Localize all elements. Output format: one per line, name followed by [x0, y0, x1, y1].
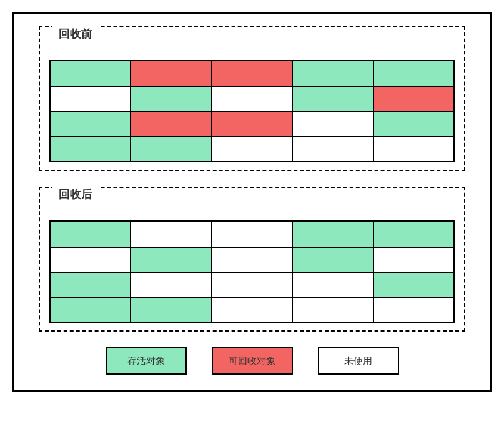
grid-cell-unused [130, 222, 210, 247]
grid-cell-unused [211, 298, 292, 322]
grid-cell-alive [292, 87, 372, 111]
grid-cell-alive [130, 137, 210, 161]
grid-cell-alive [130, 298, 210, 322]
grid-cell-alive [51, 222, 130, 247]
before-title: 回收前 [52, 26, 99, 41]
grid-cell-alive [51, 298, 130, 322]
grid-cell-alive [373, 222, 453, 247]
grid-cell-unused [373, 248, 453, 272]
after-title: 回收后 [52, 187, 99, 202]
grid-cell-alive [292, 248, 372, 272]
grid-row [51, 61, 453, 86]
grid-cell-reclaim [211, 61, 292, 86]
grid-cell-alive [292, 61, 372, 86]
grid-cell-alive [51, 112, 130, 136]
grid-row [51, 247, 453, 272]
grid-cell-reclaim [211, 112, 292, 136]
grid-cell-unused [51, 87, 130, 111]
grid-row [51, 297, 453, 322]
before-grid [49, 60, 455, 162]
grid-row [51, 272, 453, 297]
after-grid [49, 220, 455, 323]
before-section: 回收前 [39, 26, 465, 171]
grid-cell-reclaim [130, 112, 210, 136]
grid-cell-unused [292, 298, 372, 322]
grid-cell-alive [51, 273, 130, 297]
after-section: 回收后 [39, 187, 465, 332]
grid-cell-alive [51, 61, 130, 86]
grid-row [51, 111, 453, 136]
grid-cell-reclaim [130, 61, 210, 86]
grid-cell-unused [211, 248, 292, 272]
grid-cell-unused [373, 298, 453, 322]
diagram-container: 回收前 回收后 存活对象 可回收对象 未使用 [12, 12, 492, 392]
grid-cell-alive [130, 87, 210, 111]
grid-cell-unused [292, 137, 372, 161]
grid-cell-alive [51, 137, 130, 161]
grid-cell-alive [292, 222, 372, 247]
grid-cell-reclaim [373, 87, 453, 111]
legend-unused: 未使用 [318, 347, 399, 375]
grid-cell-alive [373, 273, 453, 297]
grid-cell-alive [373, 61, 453, 86]
grid-cell-alive [373, 112, 453, 136]
legend: 存活对象 可回收对象 未使用 [39, 347, 465, 375]
grid-cell-unused [292, 112, 372, 136]
grid-cell-unused [211, 222, 292, 247]
grid-row [51, 86, 453, 111]
grid-cell-unused [292, 273, 372, 297]
grid-cell-alive [130, 248, 210, 272]
legend-reclaim: 可回收对象 [212, 347, 293, 375]
grid-row [51, 222, 453, 247]
legend-alive: 存活对象 [106, 347, 187, 375]
grid-cell-unused [130, 273, 210, 297]
grid-cell-unused [211, 273, 292, 297]
grid-cell-unused [373, 137, 453, 161]
grid-cell-unused [211, 87, 292, 111]
grid-cell-unused [51, 248, 130, 272]
grid-row [51, 136, 453, 161]
grid-cell-unused [211, 137, 292, 161]
